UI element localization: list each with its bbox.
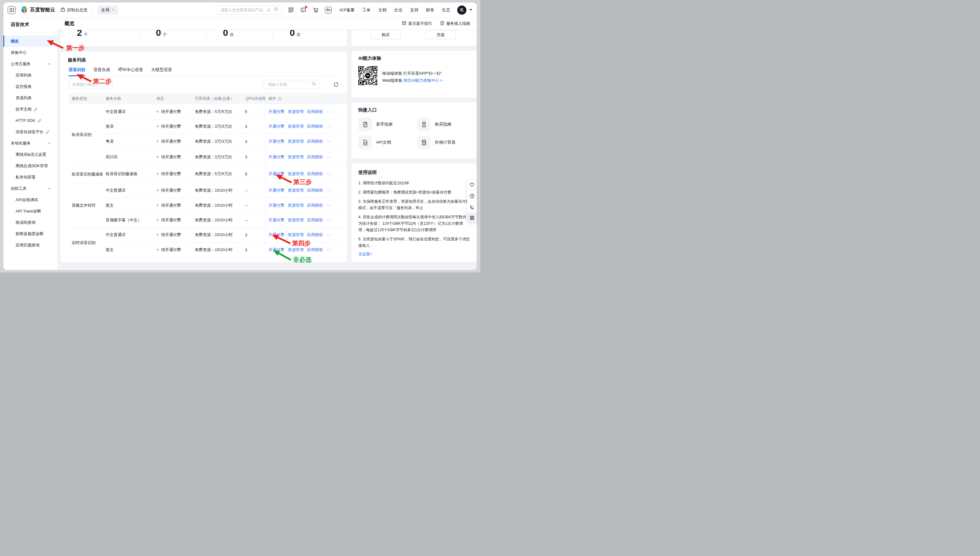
sidebar-item-9[interactable]: 语音自训练平台: [3, 126, 57, 137]
search-icon[interactable]: [274, 7, 278, 13]
action-link-1[interactable]: 开通付费: [268, 247, 285, 252]
more-actions-link[interactable]: ···: [327, 155, 332, 159]
action-link-3[interactable]: 应用授权: [307, 171, 323, 176]
action-link-1[interactable]: 开通付费: [268, 124, 285, 129]
action-link-1[interactable]: 开通付费: [268, 139, 285, 144]
baidu-cloud-logo[interactable]: 百度智能云: [21, 5, 55, 15]
ai-center-link[interactable]: 前往AI能力体验中心 >: [403, 78, 443, 82]
more-actions-link[interactable]: ···: [327, 124, 332, 129]
sidebar-group-14[interactable]: 自助工具: [3, 183, 57, 194]
action-link-1[interactable]: 开通付费: [268, 155, 285, 159]
service-access-guide-link[interactable]: 服务接入指南: [440, 21, 470, 26]
more-actions-link[interactable]: ···: [327, 203, 332, 208]
search-icon[interactable]: [312, 82, 316, 87]
account-caret-icon[interactable]: [469, 8, 472, 11]
more-actions-link[interactable]: ···: [327, 247, 332, 252]
action-link-3[interactable]: 应用授权: [307, 124, 323, 129]
action-link-1[interactable]: 开通付费: [268, 203, 285, 208]
more-actions-link[interactable]: ···: [327, 233, 332, 237]
action-link-2[interactable]: 资源管理: [288, 247, 304, 252]
action-link-2[interactable]: 资源管理: [288, 155, 304, 159]
tab-3[interactable]: 呼叫中心语音: [118, 67, 143, 76]
quick-entry-3[interactable]: APIAPI文档: [358, 136, 391, 149]
action-link-3[interactable]: 应用授权: [307, 218, 323, 222]
more-actions-link[interactable]: ···: [327, 171, 332, 176]
more-actions-link[interactable]: ···: [327, 109, 332, 114]
chevron-up-icon[interactable]: [47, 187, 51, 191]
action-link-1[interactable]: 开通付费: [268, 218, 285, 222]
sidebar-item-2[interactable]: 体验中心: [3, 47, 57, 58]
sidebar-group-3[interactable]: 公有云服务: [3, 58, 57, 70]
sidebar-item-8[interactable]: HTTP SDK: [3, 115, 57, 126]
language-en-icon[interactable]: En: [325, 7, 332, 13]
topbar-link-6[interactable]: 财务: [426, 7, 434, 13]
sidebar-item-18[interactable]: 权限及额度诊断: [3, 228, 57, 239]
more-actions-link[interactable]: ···: [327, 139, 332, 144]
chevron-up-icon[interactable]: [47, 62, 51, 66]
sidebar-group-10[interactable]: 本地化服务: [3, 137, 57, 149]
quick-entry-1[interactable]: 新手指南: [358, 118, 393, 131]
action-link-3[interactable]: 应用授权: [307, 188, 323, 192]
cart-icon[interactable]: [313, 7, 319, 13]
action-link-2[interactable]: 资源管理: [288, 188, 304, 192]
help-question-icon[interactable]: [467, 191, 477, 202]
more-apps-grid-icon[interactable]: [467, 213, 477, 223]
recharge-button[interactable]: 充值: [425, 31, 456, 39]
contact-phone-icon[interactable]: [467, 202, 477, 213]
sidebar-item-11[interactable]: 离线词&语义设置: [3, 149, 57, 160]
qr-code-icon[interactable]: [288, 7, 294, 13]
tab-2[interactable]: 语音合成: [94, 67, 110, 76]
status-filter-select[interactable]: 选择接口状态: [69, 80, 113, 89]
messages-icon[interactable]: [301, 7, 306, 13]
action-link-2[interactable]: 资源管理: [288, 124, 304, 129]
scope-selector[interactable]: 全局: [98, 5, 118, 15]
tab-1[interactable]: 语音识别: [69, 67, 85, 76]
more-actions-link[interactable]: ···: [327, 188, 332, 192]
quick-entry-4[interactable]: 价格计算器: [417, 136, 456, 149]
sidebar-item-15[interactable]: API在线调试: [3, 194, 57, 205]
show-beginner-guide-link[interactable]: 显示新手指引: [402, 21, 432, 26]
global-search-input[interactable]: [220, 8, 271, 13]
action-link-1[interactable]: 开通付费: [268, 188, 285, 192]
action-link-2[interactable]: 资源管理: [288, 203, 304, 208]
action-link-3[interactable]: 应用授权: [307, 155, 323, 159]
topbar-link-1[interactable]: ICP备案: [339, 7, 355, 13]
action-link-1[interactable]: 开通付费: [268, 233, 285, 237]
question-circle-icon[interactable]: [278, 97, 282, 102]
console-overview-link[interactable]: 控制台总览: [60, 7, 88, 13]
action-link-3[interactable]: 应用授权: [307, 233, 323, 237]
tab-4[interactable]: 大模型语音: [151, 67, 172, 76]
sidebar-item-13[interactable]: 私有化部署: [3, 171, 57, 183]
action-link-1[interactable]: 开通付费: [268, 171, 285, 176]
name-search-input[interactable]: [267, 82, 310, 87]
sidebar-item-5[interactable]: 监控报表: [3, 81, 57, 92]
topbar-link-2[interactable]: 工单: [362, 7, 370, 13]
refresh-button[interactable]: [332, 80, 341, 89]
topbar-link-7[interactable]: 生态: [442, 7, 450, 13]
action-link-3[interactable]: 应用授权: [307, 247, 323, 252]
go-settings-link[interactable]: 去设置>: [358, 252, 470, 257]
sidebar-item-7[interactable]: 技术文档: [3, 103, 57, 115]
more-actions-link[interactable]: ···: [327, 218, 332, 222]
avatar[interactable]: 吼: [457, 5, 466, 15]
sidebar-item-12[interactable]: 离线合成SDK管理: [3, 160, 57, 171]
sidebar-item-19[interactable]: 应用归属查询: [3, 239, 57, 251]
action-link-2[interactable]: 资源管理: [288, 218, 304, 222]
topbar-link-5[interactable]: 支持: [410, 7, 418, 13]
favorite-heart-icon[interactable]: [467, 179, 477, 190]
action-link-2[interactable]: 资源管理: [288, 171, 304, 176]
action-link-3[interactable]: 应用授权: [307, 109, 323, 114]
action-link-2[interactable]: 资源管理: [288, 139, 304, 144]
sidebar-item-17[interactable]: 错误码查询: [3, 217, 57, 228]
topbar-link-4[interactable]: 企业: [394, 7, 403, 13]
sidebar-item-6[interactable]: 资源列表: [3, 92, 57, 103]
action-link-3[interactable]: 应用授权: [307, 139, 323, 144]
buy-button[interactable]: 购买: [370, 31, 401, 39]
chevron-up-icon[interactable]: [47, 141, 51, 145]
action-link-1[interactable]: 开通付费: [268, 109, 285, 114]
sidebar-item-1[interactable]: 概览: [3, 36, 57, 47]
action-link-2[interactable]: 资源管理: [288, 109, 304, 114]
action-link-2[interactable]: 资源管理: [288, 233, 304, 237]
action-link-3[interactable]: 应用授权: [307, 203, 323, 208]
apps-grid-icon[interactable]: [8, 6, 16, 14]
